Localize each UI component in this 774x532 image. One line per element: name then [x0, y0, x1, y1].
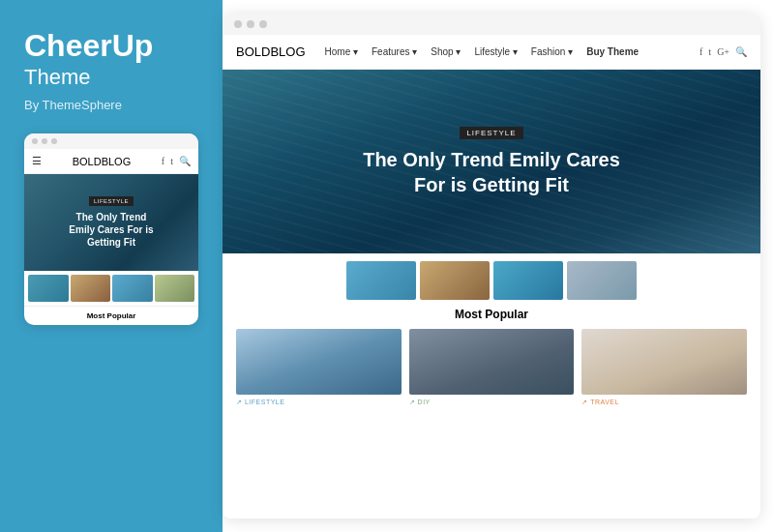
hero-lifestyle-badge: LIFESTYLE [460, 127, 522, 139]
desktop-thumb-1 [346, 261, 416, 300]
mobile-twitter-icon: t [170, 156, 173, 166]
card-image-2 [409, 329, 575, 395]
nav-fashion[interactable]: Fashion ▾ [531, 46, 573, 57]
card-category-2: ↗ DIY [409, 399, 575, 406]
desktop-thumbnail-strip [223, 253, 760, 308]
mobile-hero-overlay: LIFESTYLE The Only Trend Emily Cares For… [24, 174, 198, 271]
mobile-thumbnail-strip [24, 271, 198, 306]
title-cheerup: CheerUp [24, 29, 198, 63]
desktop-dot-3 [259, 20, 267, 28]
mobile-thumb-4 [155, 275, 195, 302]
mobile-dot-2 [42, 138, 47, 144]
cards-row: ↗ LIFESTYLE ↗ DIY ↗ TRAVEL [236, 329, 747, 406]
card-2: ↗ DIY [409, 329, 575, 406]
nav-lifestyle[interactable]: Lifestyle ▾ [474, 46, 517, 57]
title-theme: Theme [24, 65, 198, 90]
mobile-thumb-1 [28, 275, 69, 302]
mobile-thumb-2 [71, 275, 111, 302]
mobile-facebook-icon: f [162, 156, 164, 166]
desktop-dot-2 [247, 20, 254, 28]
mobile-hero-title: The Only Trend Emily Cares For is Gettin… [69, 211, 153, 249]
nav-buy-theme[interactable]: Buy Theme [586, 46, 639, 57]
hero-overlay: LIFESTYLE The Only Trend Emily Cares For… [223, 70, 760, 253]
card-category-3: ↗ TRAVEL [581, 399, 747, 406]
desktop-thumb-4 [567, 261, 637, 300]
desktop-nav: BOLDBLOG Home ▾ Features ▾ Shop ▾ Lifest… [223, 35, 760, 70]
nav-facebook-icon: f [700, 46, 702, 57]
mobile-header: ☰ BOLDBLOG f t 🔍 [24, 149, 198, 174]
desktop-dot-1 [234, 20, 242, 28]
desktop-nav-links: Home ▾ Features ▾ Shop ▾ Lifestyle ▾ Fas… [325, 46, 700, 57]
app-title: CheerUp Theme By ThemeSphere [24, 29, 198, 112]
most-popular-title: Most Popular [236, 308, 747, 321]
desktop-thumb-2 [420, 261, 490, 300]
left-panel: CheerUp Theme By ThemeSphere ☰ BOLDBLOG … [0, 0, 223, 532]
hero-title: The Only Trend Emily Cares For is Gettin… [356, 147, 627, 197]
mobile-thumb-3 [112, 275, 153, 302]
card-1: ↗ LIFESTYLE [236, 329, 402, 406]
desktop-hero: LIFESTYLE The Only Trend Emily Cares For… [223, 70, 760, 253]
mobile-dots-bar [24, 133, 198, 149]
mobile-dot-1 [32, 138, 38, 144]
mobile-hamburger-icon[interactable]: ☰ [32, 155, 42, 167]
nav-home[interactable]: Home ▾ [325, 46, 358, 57]
mobile-lifestyle-badge: LIFESTYLE [89, 196, 134, 206]
card-image-3 [581, 329, 747, 395]
most-popular-section: Most Popular ↗ LIFESTYLE ↗ DIY ↗ TRAVEL [223, 308, 760, 412]
mobile-popular-label: Most Popular [24, 306, 198, 325]
author-credit: By ThemeSphere [24, 98, 198, 112]
nav-shop[interactable]: Shop ▾ [431, 46, 461, 57]
card-3: ↗ TRAVEL [581, 329, 747, 406]
nav-twitter-icon: t [708, 46, 711, 57]
mobile-search-icon[interactable]: 🔍 [179, 156, 191, 166]
desktop-logo: BOLDBLOG [236, 44, 306, 59]
mobile-dot-3 [51, 138, 57, 144]
nav-search-icon[interactable]: 🔍 [735, 46, 747, 57]
desktop-dots-bar [223, 14, 760, 35]
desktop-nav-social: f t G+ 🔍 [700, 46, 747, 57]
mobile-mockup: ☰ BOLDBLOG f t 🔍 LIFESTYLE The Only Tren… [24, 133, 198, 325]
mobile-logo: BOLDBLOG [73, 156, 132, 167]
mobile-nav-icons: f t 🔍 [162, 156, 191, 166]
desktop-mockup: BOLDBLOG Home ▾ Features ▾ Shop ▾ Lifest… [223, 14, 760, 518]
nav-googleplus-icon: G+ [717, 46, 729, 57]
mobile-hero: LIFESTYLE The Only Trend Emily Cares For… [24, 174, 198, 271]
card-image-1 [236, 329, 402, 395]
card-category-1: ↗ LIFESTYLE [236, 399, 402, 406]
desktop-thumb-3 [493, 261, 563, 300]
nav-features[interactable]: Features ▾ [372, 46, 417, 57]
